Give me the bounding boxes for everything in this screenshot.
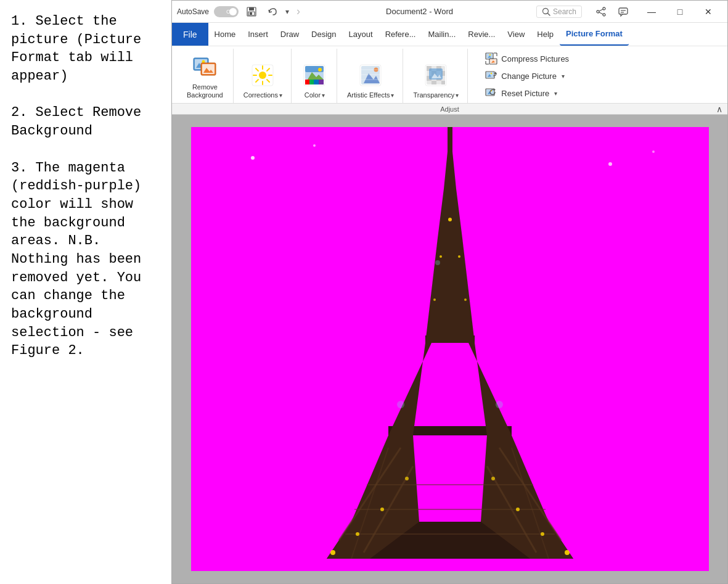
- artistic-effects-icon: [359, 64, 382, 89]
- reset-picture-arrow: ▾: [554, 90, 557, 97]
- close-button[interactable]: ✕: [694, 1, 722, 23]
- collapse-button[interactable]: ∧: [716, 104, 722, 114]
- color-button[interactable]: Color ▾: [298, 61, 332, 102]
- change-picture-button[interactable]: Change Picture ▾: [483, 68, 571, 83]
- remove-background-svg: [192, 54, 217, 79]
- change-picture-arrow: ▾: [562, 73, 565, 80]
- svg-point-117: [397, 401, 404, 408]
- svg-point-119: [435, 260, 440, 265]
- maximize-button[interactable]: □: [666, 1, 694, 23]
- view-menu[interactable]: View: [501, 23, 531, 46]
- color-group: Color ▾: [293, 49, 337, 103]
- svg-point-83: [652, 150, 655, 153]
- svg-rect-3: [250, 12, 252, 15]
- search-placeholder: Search: [553, 7, 576, 16]
- svg-point-107: [405, 477, 409, 480]
- color-label: Color: [305, 91, 321, 99]
- svg-line-10: [599, 12, 603, 14]
- transparency-dropdown-arrow: ▾: [456, 92, 459, 99]
- ribbon-buttons: Transparency ▾: [409, 50, 462, 102]
- minimize-button[interactable]: —: [637, 1, 666, 23]
- corrections-button[interactable]: Corrections ▾: [240, 61, 286, 102]
- transparency-svg: [424, 64, 448, 87]
- ribbon-buttons: Color ▾: [298, 50, 332, 102]
- reset-picture-button[interactable]: Reset Picture ▾: [483, 86, 571, 101]
- picture-format-menu[interactable]: Picture Format: [560, 23, 629, 46]
- compress-pictures-button[interactable]: Compress Pictures: [483, 51, 571, 66]
- svg-point-8: [603, 14, 605, 16]
- svg-point-82: [608, 162, 612, 166]
- design-menu[interactable]: Design: [305, 23, 342, 46]
- svg-rect-39: [319, 80, 324, 84]
- artistic-effects-dropdown-arrow: ▾: [391, 92, 394, 99]
- svg-rect-38: [314, 80, 319, 84]
- svg-line-9: [599, 9, 603, 11]
- file-menu[interactable]: File: [172, 23, 208, 46]
- change-picture-label: Change Picture: [501, 72, 557, 81]
- svg-marker-92: [438, 189, 462, 238]
- svg-point-22: [259, 72, 266, 79]
- svg-point-111: [491, 477, 495, 480]
- remove-background-icon: [192, 54, 217, 81]
- compress-pictures-label: Compress Pictures: [501, 54, 569, 64]
- layout-menu[interactable]: Layout: [343, 23, 379, 46]
- draw-menu[interactable]: Draw: [274, 23, 305, 46]
- artistic-effects-group: Artistic Effects ▾: [338, 49, 403, 103]
- undo-dropdown[interactable]: ▾: [285, 7, 289, 16]
- toggle-knob: [229, 8, 237, 15]
- collapse-btn-container: ∧: [541, 104, 722, 114]
- color-icon: [303, 64, 326, 89]
- corrections-label: Corrections: [243, 91, 278, 99]
- autosave-toggle[interactable]: Off: [214, 6, 239, 17]
- comments-button[interactable]: [614, 2, 632, 21]
- insert-menu[interactable]: Insert: [242, 23, 274, 46]
- svg-point-73: [491, 73, 492, 74]
- save-button[interactable]: [243, 4, 260, 20]
- step-3: 3. The magenta (reddish-purple) color wi…: [11, 159, 160, 361]
- search-icon: [542, 7, 550, 16]
- undo-icon: [268, 7, 277, 17]
- step-1: 1. Select the picture (Picture Format ta…: [11, 12, 160, 86]
- svg-point-114: [458, 255, 460, 258]
- transparency-group: Transparency ▾: [404, 49, 468, 103]
- title-bar: AutoSave Off ▾ › Document2 - Word: [172, 1, 727, 23]
- eiffel-tower-svg: [191, 127, 709, 571]
- corrections-dropdown-row: Corrections ▾: [243, 91, 282, 99]
- references-menu[interactable]: Refere...: [379, 23, 422, 46]
- remove-background-button[interactable]: Remove Background: [182, 52, 228, 102]
- compress-pictures-icon: [485, 52, 497, 65]
- home-menu[interactable]: Home: [208, 23, 242, 46]
- image-container: [191, 127, 709, 571]
- svg-marker-93: [444, 152, 456, 189]
- remove-background-group: Remove Background: [177, 49, 234, 103]
- svg-point-62: [489, 54, 491, 56]
- svg-point-108: [565, 550, 570, 555]
- transparency-button[interactable]: Transparency ▾: [409, 61, 462, 102]
- artistic-effects-dropdown-row: Artistic Effects ▾: [347, 91, 394, 99]
- svg-line-5: [547, 13, 550, 15]
- ribbon: File Home Insert Draw Design Layout Refe…: [172, 23, 727, 115]
- svg-rect-37: [309, 80, 314, 84]
- right-ribbon-group: Compress Pictures Change Picture ▾: [475, 49, 579, 103]
- search-box[interactable]: Search: [536, 6, 582, 18]
- share-button[interactable]: [592, 2, 610, 21]
- mailings-menu[interactable]: Mailin...: [422, 23, 462, 46]
- undo-button[interactable]: [264, 4, 280, 20]
- share-icon: [595, 6, 607, 17]
- review-menu[interactable]: Revie...: [462, 23, 501, 46]
- help-menu[interactable]: Help: [531, 23, 560, 46]
- svg-marker-89: [468, 343, 512, 435]
- svg-point-110: [516, 508, 520, 511]
- artistic-effects-button[interactable]: Artistic Effects ▾: [343, 61, 398, 102]
- svg-point-35: [318, 68, 322, 72]
- ribbon-buttons: Remove Background: [182, 50, 228, 102]
- svg-point-106: [380, 508, 384, 511]
- transparency-icon: [424, 64, 448, 89]
- transparency-label: Transparency: [413, 91, 454, 99]
- instruction-panel: 1. Select the picture (Picture Format ta…: [0, 0, 171, 584]
- svg-point-6: [603, 7, 605, 10]
- svg-rect-11: [619, 8, 628, 14]
- svg-point-109: [541, 532, 544, 536]
- doc-title: Document2 - Word: [308, 7, 531, 16]
- ribbon-collapse-bar: Adjust ∧: [172, 103, 727, 114]
